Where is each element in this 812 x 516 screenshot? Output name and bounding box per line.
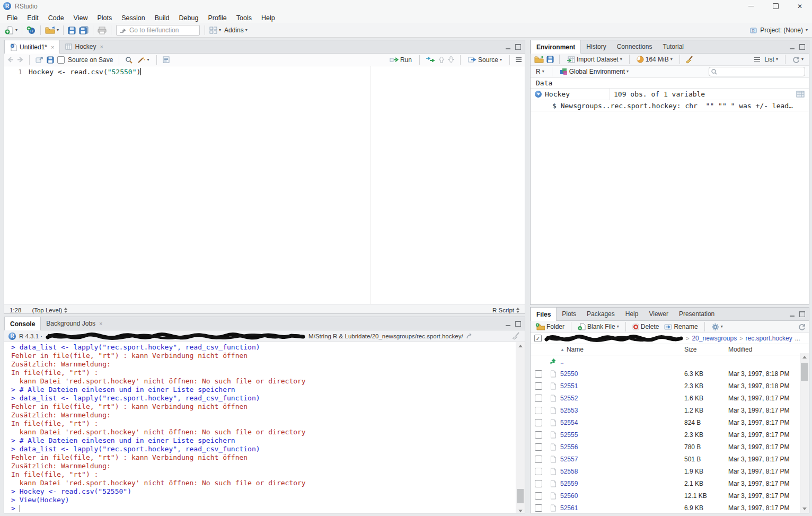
tab-console[interactable]: Console: [4, 317, 41, 330]
list-view-button[interactable]: List ▾: [763, 55, 780, 64]
file-checkbox[interactable]: [535, 504, 542, 512]
breadcrumb-more-button[interactable]: ...: [795, 335, 807, 342]
menu-item[interactable]: File: [2, 12, 22, 23]
goto-file-function-box[interactable]: [116, 25, 200, 36]
environment-tab[interactable]: Environment: [531, 40, 581, 54]
files-tab[interactable]: Files: [531, 308, 557, 321]
menu-item[interactable]: Plots: [92, 12, 117, 23]
files-tab[interactable]: Help: [620, 308, 644, 320]
file-row[interactable]: 52558 1.9 KB Mar 3, 1997, 8:17 PM: [531, 465, 809, 477]
clear-environment-broom-icon[interactable]: [685, 56, 694, 64]
updir-link[interactable]: ..: [560, 358, 564, 365]
environment-tab[interactable]: Connections: [612, 40, 658, 53]
file-row[interactable]: 52556 780 B Mar 3, 1997, 8:17 PM: [531, 441, 809, 453]
pane-maximize-icon[interactable]: [799, 44, 805, 50]
editor-body[interactable]: 1 Hockey <- read.csv("52550"): [4, 66, 525, 304]
file-row[interactable]: 52559 2.1 KB Mar 3, 1997, 8:17 PM: [531, 477, 809, 489]
file-checkbox[interactable]: [535, 480, 542, 487]
file-row[interactable]: 52551 2.3 KB Mar 3, 1997, 8:18 PM: [531, 380, 809, 392]
go-to-directory-icon[interactable]: [466, 333, 473, 339]
refresh-icon[interactable]: [798, 323, 806, 330]
file-checkbox[interactable]: [535, 468, 542, 475]
file-checkbox[interactable]: [535, 370, 542, 378]
file-name-link[interactable]: 52550: [560, 370, 578, 378]
file-name-link[interactable]: 52555: [560, 431, 578, 439]
file-checkbox[interactable]: [535, 443, 542, 451]
file-name-link[interactable]: 52553: [560, 407, 578, 414]
minimize-button[interactable]: [739, 0, 763, 12]
menu-item[interactable]: Build: [150, 12, 174, 23]
environment-tab[interactable]: History: [581, 40, 611, 53]
rename-file-button[interactable]: Rename: [663, 322, 699, 331]
menu-item[interactable]: Session: [117, 12, 149, 23]
rerun-icon[interactable]: [426, 57, 435, 63]
load-workspace-icon[interactable]: [534, 56, 544, 63]
save-workspace-icon[interactable]: [546, 56, 554, 63]
menu-item[interactable]: View: [69, 12, 93, 23]
console-scrollbar[interactable]: [516, 342, 525, 513]
files-tab[interactable]: Plots: [557, 308, 581, 320]
menu-item[interactable]: Code: [43, 12, 69, 23]
parent-directory-row[interactable]: ..: [531, 355, 809, 368]
compile-report-icon[interactable]: [163, 56, 170, 63]
search-icon[interactable]: [125, 56, 133, 64]
go-to-next-section-icon[interactable]: [448, 56, 454, 63]
files-tab[interactable]: Presentation: [674, 308, 720, 320]
view-data-icon[interactable]: [796, 91, 805, 98]
new-file-button[interactable]: ▾: [3, 25, 19, 36]
header-name[interactable]: ▲ Name: [560, 346, 684, 353]
code-tools-button[interactable]: ▾: [136, 55, 151, 65]
addins-button[interactable]: Addins ▾: [223, 25, 249, 35]
file-name-link[interactable]: 52557: [560, 456, 578, 463]
file-name-link[interactable]: 52554: [560, 419, 578, 426]
scroll-down-icon[interactable]: [516, 507, 525, 513]
close-tab-icon[interactable]: ×: [51, 44, 54, 50]
file-checkbox[interactable]: [535, 456, 542, 463]
file-name-link[interactable]: 52552: [560, 395, 578, 402]
collapse-object-icon[interactable]: [535, 91, 542, 98]
file-checkbox[interactable]: [535, 492, 542, 500]
file-row[interactable]: 52557 501 B Mar 3, 1997, 8:17 PM: [531, 453, 809, 465]
source-on-save-checkbox[interactable]: [57, 56, 65, 64]
run-button[interactable]: Run: [388, 55, 413, 65]
file-row[interactable]: 52552 1.6 KB Mar 3, 1997, 8:17 PM: [531, 392, 809, 404]
pane-layout-button[interactable]: ▾: [208, 25, 223, 35]
save-button[interactable]: [66, 25, 77, 36]
file-checkbox[interactable]: [535, 407, 542, 414]
memory-usage-button[interactable]: 164 MiB ▾: [635, 55, 674, 64]
tab-untitled1[interactable]: R Untitled1* ×: [4, 40, 60, 54]
project-chooser[interactable]: R Project: (None) ▾: [749, 27, 808, 34]
scroll-up-icon[interactable]: [516, 342, 525, 350]
file-name-link[interactable]: 52551: [560, 382, 578, 390]
file-name-link[interactable]: 52558: [560, 468, 578, 475]
files-tab[interactable]: Packages: [581, 308, 620, 320]
header-modified[interactable]: Modified: [728, 346, 808, 353]
pane-minimize-icon[interactable]: [790, 312, 795, 317]
file-name-link[interactable]: 52560: [560, 492, 578, 500]
pane-minimize-icon[interactable]: [506, 45, 510, 49]
new-folder-button[interactable]: Folder: [534, 322, 566, 331]
environment-object-row[interactable]: Hockey 109 obs. of 1 variable: [531, 88, 809, 100]
file-row[interactable]: 52560 12.1 KB Mar 3, 1997, 8:17 PM: [531, 489, 809, 502]
save-icon[interactable]: [47, 56, 54, 64]
document-outline-icon[interactable]: [516, 57, 522, 62]
scrollbar-thumb[interactable]: [801, 363, 808, 381]
header-size[interactable]: Size: [684, 346, 728, 353]
pane-minimize-icon[interactable]: [506, 321, 510, 326]
save-all-button[interactable]: [77, 25, 90, 36]
menu-item[interactable]: Tools: [232, 12, 257, 23]
file-row[interactable]: 52554 824 B Mar 3, 1997, 8:17 PM: [531, 416, 809, 428]
file-type-selector[interactable]: R Script: [492, 307, 519, 313]
files-scrollbar[interactable]: [800, 353, 809, 513]
breadcrumb-segment[interactable]: rec.sport.hockey: [746, 335, 792, 342]
scrollbar-thumb[interactable]: [517, 489, 524, 503]
environment-selector[interactable]: Global Environment ▾: [558, 67, 630, 76]
forward-icon[interactable]: [17, 57, 23, 63]
language-selector[interactable]: R ▾: [534, 67, 546, 76]
go-to-previous-section-icon[interactable]: [438, 56, 445, 63]
menu-item[interactable]: Debug: [174, 12, 204, 23]
scroll-up-icon[interactable]: [800, 353, 809, 361]
file-row[interactable]: 52555 2.3 KB Mar 3, 1997, 8:17 PM: [531, 428, 809, 441]
environment-tab[interactable]: Tutorial: [657, 40, 689, 53]
breadcrumb-segment[interactable]: 20_newsgroups: [692, 335, 737, 342]
